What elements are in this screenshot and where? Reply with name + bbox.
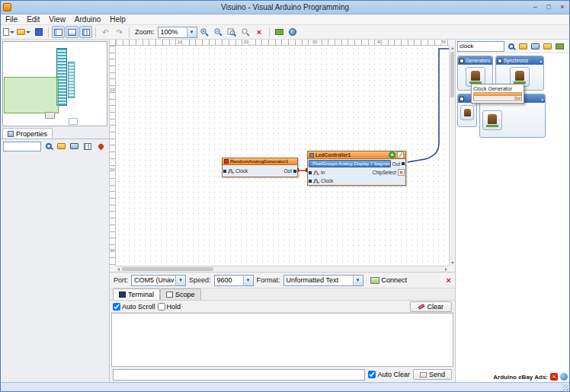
properties-category-button[interactable] bbox=[56, 141, 67, 151]
disconnect-button[interactable]: × bbox=[447, 276, 451, 285]
tab-terminal[interactable]: Terminal bbox=[113, 288, 160, 300]
speed-select[interactable]: 9600 ▾ bbox=[214, 275, 254, 286]
section-header[interactable]: Synchroniz ▴ bbox=[496, 56, 543, 65]
minimap-viewport[interactable] bbox=[4, 77, 59, 113]
port-select[interactable]: COM5 (Unav ▾ bbox=[131, 275, 186, 286]
send-input[interactable] bbox=[113, 369, 365, 381]
component-item[interactable] bbox=[460, 105, 474, 120]
auto-clear-check[interactable] bbox=[368, 371, 376, 378]
auto-clear-checkbox[interactable]: Auto Clear bbox=[368, 371, 410, 378]
component-header[interactable]: RandomAnalogGenerator1 bbox=[223, 158, 297, 165]
zoom-in-button[interactable] bbox=[198, 26, 211, 38]
redo-button[interactable]: ↷ bbox=[113, 26, 126, 38]
zoom-out-button[interactable] bbox=[212, 26, 225, 38]
toggle-right-panel-button[interactable] bbox=[79, 26, 92, 38]
undo-button[interactable]: ↶ bbox=[99, 26, 112, 38]
clear-button[interactable]: Clear bbox=[410, 301, 452, 312]
save-button[interactable] bbox=[32, 26, 45, 38]
open-button[interactable] bbox=[16, 26, 31, 38]
palette-search-input[interactable] bbox=[457, 41, 504, 52]
palette-search-button[interactable] bbox=[505, 41, 517, 52]
add-element-button[interactable]: + bbox=[389, 151, 395, 158]
design-overview-minimap[interactable] bbox=[2, 41, 107, 126]
tooltip-preview-pin: Out bbox=[474, 96, 521, 100]
out-output-pin[interactable] bbox=[293, 170, 296, 173]
compile-button[interactable] bbox=[273, 26, 286, 38]
clock-input-pin[interactable] bbox=[309, 180, 312, 183]
toolbar-separator bbox=[48, 27, 49, 37]
toggle-left-panel-button[interactable] bbox=[52, 26, 65, 38]
out-output-pin[interactable] bbox=[402, 162, 405, 165]
horizontal-scrollbar[interactable] bbox=[116, 266, 449, 272]
collapse-icon[interactable]: ▴ bbox=[540, 59, 542, 63]
ad-blue-icon[interactable] bbox=[560, 373, 568, 381]
scroll-up-icon[interactable] bbox=[451, 47, 454, 49]
properties-expand-button[interactable] bbox=[69, 141, 80, 151]
minimize-button[interactable]: – bbox=[528, 2, 542, 13]
format-dropdown-icon[interactable]: ▾ bbox=[353, 276, 363, 285]
properties-search-button[interactable] bbox=[43, 141, 54, 151]
palette-filter-button[interactable] bbox=[517, 41, 529, 52]
folder-icon bbox=[519, 43, 527, 49]
scroll-right-icon[interactable] bbox=[445, 268, 447, 271]
scroll-left-icon[interactable] bbox=[117, 268, 120, 271]
auto-scroll-check[interactable] bbox=[113, 303, 120, 311]
format-select[interactable]: Unformatted Text ▾ bbox=[283, 275, 363, 286]
tab-properties[interactable]: Properties bbox=[2, 128, 53, 139]
ruler-mark: 10 bbox=[110, 88, 115, 92]
new-dropdown-icon bbox=[10, 31, 14, 33]
vertical-scroll-thumb[interactable] bbox=[450, 52, 454, 97]
palette-view-button[interactable] bbox=[554, 41, 565, 52]
zoom-dropdown-icon[interactable]: ▾ bbox=[187, 27, 197, 37]
port-dropdown-icon[interactable]: ▾ bbox=[175, 276, 185, 285]
component-random-analog-generator[interactable]: RandomAnalogGenerator1 Clock Out bbox=[222, 158, 298, 177]
hold-check[interactable] bbox=[158, 303, 165, 311]
maximize-button[interactable]: □ bbox=[542, 2, 556, 13]
menu-edit[interactable]: Edit bbox=[22, 15, 44, 24]
vertical-scrollbar[interactable] bbox=[449, 46, 455, 266]
horizontal-scroll-thumb[interactable] bbox=[122, 267, 213, 271]
broken-connection-icon[interactable]: × bbox=[398, 169, 405, 176]
component-header[interactable]: LedController1 + bbox=[308, 151, 405, 159]
delete-button[interactable]: × bbox=[253, 26, 266, 38]
properties-filter-input[interactable] bbox=[3, 142, 41, 151]
speed-dropdown-icon[interactable]: ▾ bbox=[243, 276, 253, 285]
toggle-bottom-panel-button[interactable] bbox=[66, 26, 78, 38]
palette-expand-all-button[interactable] bbox=[530, 41, 541, 52]
clock-input-pin[interactable] bbox=[223, 170, 226, 173]
menu-view[interactable]: View bbox=[44, 15, 70, 24]
properties-sort-button[interactable] bbox=[82, 141, 93, 151]
zoom-fit-button[interactable] bbox=[226, 26, 239, 38]
send-button[interactable]: Send bbox=[413, 369, 452, 380]
edit-elements-button[interactable] bbox=[397, 151, 404, 158]
component-title: LedController1 bbox=[315, 152, 351, 158]
in-input-pin[interactable] bbox=[309, 171, 312, 174]
component-item[interactable] bbox=[482, 110, 502, 130]
design-canvas[interactable]: RandomAnalogGenerator1 Clock Out bbox=[116, 46, 449, 266]
section-header[interactable]: Generators ▴ bbox=[458, 56, 492, 65]
menu-arduino[interactable]: Arduino bbox=[70, 15, 105, 24]
ad-red-icon[interactable]: × bbox=[550, 373, 558, 381]
folder-icon bbox=[57, 143, 66, 149]
close-button[interactable]: × bbox=[556, 2, 569, 13]
auto-scroll-checkbox[interactable]: Auto Scroll bbox=[113, 303, 155, 311]
web-button[interactable] bbox=[287, 26, 299, 38]
scroll-down-icon[interactable] bbox=[451, 262, 454, 264]
resize-grip[interactable] bbox=[562, 384, 568, 390]
wire-blue[interactable] bbox=[408, 49, 449, 162]
collapse-icon[interactable]: ▴ bbox=[541, 97, 543, 101]
hold-checkbox[interactable]: Hold bbox=[158, 303, 181, 311]
zoom-select[interactable]: 100% ▾ bbox=[158, 27, 197, 38]
component-led-controller[interactable]: LedController1 + PixelGroups Analog Disp… bbox=[307, 151, 406, 186]
menu-file[interactable]: File bbox=[1, 15, 22, 24]
properties-pin-button[interactable] bbox=[95, 141, 107, 151]
terminal-output[interactable] bbox=[111, 313, 453, 367]
subelement-pixelgroups[interactable]: PixelGroups Analog Display 7 Segments1 × bbox=[309, 160, 391, 167]
tab-scope[interactable]: Scope bbox=[160, 288, 201, 300]
zoom-actual-button[interactable] bbox=[239, 26, 252, 38]
connect-button[interactable]: Connect bbox=[367, 275, 411, 285]
new-button[interactable] bbox=[2, 26, 15, 38]
menu-help[interactable]: Help bbox=[105, 15, 130, 24]
zoom-in-icon bbox=[200, 27, 209, 37]
palette-collapse-all-button[interactable] bbox=[542, 41, 553, 52]
